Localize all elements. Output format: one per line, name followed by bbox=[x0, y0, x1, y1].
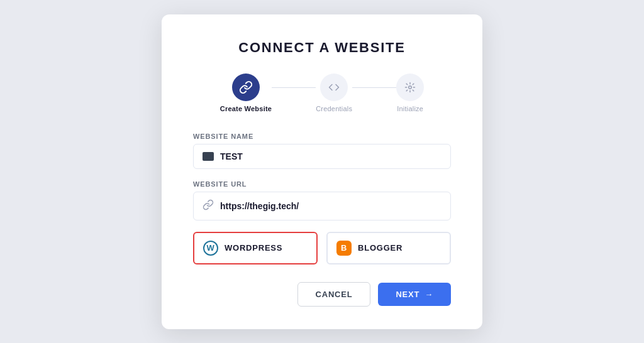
blogger-option[interactable]: B BLOGGER bbox=[326, 232, 451, 264]
wordpress-label: WORDPRESS bbox=[225, 243, 282, 253]
code-icon bbox=[328, 82, 340, 93]
step-initialize-label: Initialize bbox=[397, 105, 423, 112]
blogger-icon: B bbox=[336, 241, 352, 256]
website-url-input[interactable] bbox=[220, 201, 441, 211]
website-name-input[interactable] bbox=[220, 151, 441, 161]
step-create-icon bbox=[232, 74, 260, 101]
step-create-label: Create Website bbox=[220, 105, 272, 112]
step-connector-1 bbox=[272, 87, 316, 88]
cancel-button[interactable]: CANCEL bbox=[297, 282, 371, 307]
step-connector-2 bbox=[352, 87, 396, 88]
step-credentials: Credentials bbox=[316, 74, 352, 112]
step-create: Create Website bbox=[220, 74, 272, 112]
website-url-input-wrapper[interactable] bbox=[193, 192, 451, 220]
step-initialize: Initialize bbox=[396, 74, 424, 112]
step-credentials-label: Credentials bbox=[316, 105, 352, 112]
modal-title: CONNECT A WEBSITE bbox=[193, 40, 451, 56]
next-label: NEXT bbox=[396, 290, 419, 299]
next-arrow-icon: → bbox=[425, 290, 433, 299]
cms-options-row: W WORDPRESS B BLOGGER bbox=[193, 232, 451, 264]
website-url-label: WEBSITE URL bbox=[193, 180, 451, 188]
modal-footer: CANCEL NEXT → bbox=[193, 282, 451, 307]
connect-website-modal: CONNECT A WEBSITE Create Website Credent… bbox=[162, 14, 482, 329]
website-name-group: WEBSITE NAME bbox=[193, 133, 451, 169]
svg-point-0 bbox=[409, 85, 412, 89]
website-name-icon bbox=[203, 152, 214, 161]
next-button[interactable]: NEXT → bbox=[378, 283, 451, 306]
step-credentials-icon bbox=[320, 74, 348, 101]
website-name-label: WEBSITE NAME bbox=[193, 133, 451, 140]
website-name-input-wrapper[interactable] bbox=[193, 144, 451, 169]
link-icon bbox=[239, 80, 253, 94]
wordpress-option[interactable]: W WORDPRESS bbox=[193, 232, 318, 264]
step-initialize-icon bbox=[396, 74, 424, 101]
blogger-label: BLOGGER bbox=[358, 243, 402, 253]
wordpress-icon: W bbox=[203, 241, 218, 256]
website-url-group: WEBSITE URL bbox=[193, 180, 451, 220]
steps-container: Create Website Credentials Initializ bbox=[193, 74, 451, 112]
settings-icon bbox=[404, 82, 416, 93]
link-icon bbox=[203, 199, 214, 213]
